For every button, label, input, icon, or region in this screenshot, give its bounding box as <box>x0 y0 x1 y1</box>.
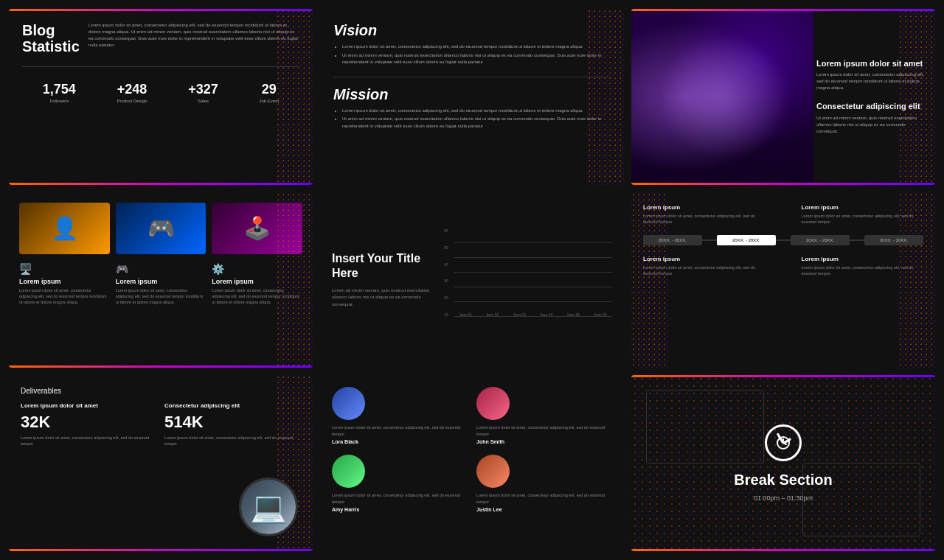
stat-sales-label: Sales <box>188 99 218 103</box>
mission-title: Mission <box>333 86 611 103</box>
member-lora-desc: Lorem ipsum dolor sit amet, consectetur … <box>332 425 460 435</box>
info-icon-1: 🖥️ <box>19 263 110 275</box>
thumb-1: 👤 <box>19 203 110 254</box>
stat1-label: Lorem ipsum dolor sit amet <box>21 402 157 410</box>
info-title-2: Lorem ipsum <box>116 278 206 285</box>
slide1-title: Blog Statistic <box>22 22 80 55</box>
stat-product-value: +248 <box>117 82 148 97</box>
vision-bullets: Lorem ipsum dolor sit amet, consectetur … <box>333 43 611 66</box>
slide-blog-statistic: Blog Statistic Lorem ipsum dolor sit ame… <box>9 9 313 185</box>
timeline-node-4: 20XX. - 20XX. <box>864 235 923 245</box>
slide3-heading1: Lorem ipsum dolor sit amet <box>816 59 926 69</box>
timeline-top-title-1: Lorem ipsum <box>643 204 765 211</box>
member-john-name: John Smith <box>476 438 612 447</box>
member-justin-info: Lorem ipsum dolor sit amet, consectetur … <box>476 492 612 514</box>
stat2-value: 514K <box>164 413 301 432</box>
member-john-desc: Lorem ipsum dolor sit amet, consectetur … <box>476 425 605 435</box>
member-justin: Lorem ipsum dolor sit amet, consectetur … <box>476 455 612 514</box>
slide3-desc1: Lorem ipsum dolor sit amet, consectetur … <box>816 71 926 91</box>
chart-area: 60 50 40 30 20 10 Item 01 Ite <box>444 228 612 332</box>
timeline-bottom-desc-1: Lorem ipsum dolor sit amet, consectetur … <box>643 265 765 277</box>
member-amy-name: Amy Harris <box>332 506 468 514</box>
bar-5: Item 05 <box>562 310 586 317</box>
info-icon-2: 🎮 <box>116 263 206 275</box>
info-desc-1: Lorem ipsum dolor sit amet, consectetur … <box>19 287 110 306</box>
member-amy-info: Lorem ipsum dolor sit amet, consectetur … <box>332 492 468 514</box>
timeline-bottom-2: Lorem ipsum Lorem ipsum dolor sit amet, … <box>802 256 923 277</box>
stat-followers: 1,754 Followers <box>43 82 76 103</box>
timeline-node-1: 20XX. - 20XX. <box>643 235 702 245</box>
bar-2: Item 02 <box>481 310 504 317</box>
stat-sales: +327 Sales <box>188 82 218 103</box>
vision-bullet-1: Lorem ipsum dolor sit amet, consectetur … <box>342 43 611 51</box>
vision-bullet-2: Ut enim ad minim veniam, quis nostrud ex… <box>342 52 611 66</box>
avatar-lora <box>332 387 365 420</box>
member-lora-info: Lorem ipsum dolor sit amet, consectetur … <box>332 424 468 446</box>
deliverables-heading: Deliverables <box>21 387 301 395</box>
break-section-time: 01:00pm – 01:30pm <box>754 494 813 502</box>
slide-timeline: Lorem ipsum Lorem ipsum dolor sit amet, … <box>631 192 935 368</box>
member-john: Lorem ipsum dolor sit amet, consectetur … <box>476 387 612 446</box>
chart-title: Insert Your Title Here <box>332 251 435 279</box>
timeline-top-desc-1: Lorem ipsum dolor sit amet, consectetur … <box>643 213 765 225</box>
info-title-3: Lorem ipsum <box>212 278 302 285</box>
timeline-top-desc-2: Lorem ipsum dolor sit amet, consectetur … <box>802 213 923 225</box>
mission-bullets: Lorem ipsum dolor sit amet, consectetur … <box>333 108 611 130</box>
info-item-1: 🖥️ Lorem ipsum Lorem ipsum dolor sit ame… <box>19 263 110 306</box>
info-desc-3: Lorem ipsum dolor sit amet, consectetur … <box>212 287 302 306</box>
avatar-john <box>476 387 510 420</box>
stat-job-label: Job Event <box>259 99 279 103</box>
timeline-top-2: Lorem ipsum Lorem ipsum dolor sit amet, … <box>802 204 923 225</box>
member-amy: Lorem ipsum dolor sit amet, consectetur … <box>332 455 468 514</box>
timeline-bottom-desc-2: Lorem ipsum dolor sit amet, consectetur … <box>802 265 923 277</box>
info-icon-3: ⚙️ <box>212 263 302 275</box>
bar-4: Item 04 <box>535 310 558 317</box>
member-justin-desc: Lorem ipsum dolor sit amet, consectetur … <box>476 493 605 503</box>
slide-three-images: 👤 🎮 🕹️ 🖥️ Lorem ipsum Lorem ipsum dolor … <box>9 192 313 368</box>
avatar-justin <box>476 455 510 488</box>
timeline-node-3: 20XX. - 20XX. <box>791 235 850 245</box>
slide1-desc: Lorem ipsum dolor sit amet, consectetur … <box>88 22 299 49</box>
mission-bullet-2: Ut enim ad minim veniam, quis nostrud ex… <box>342 116 611 130</box>
deliverable-stat-1: Lorem ipsum dolor sit amet 32K Lorem ips… <box>21 402 157 447</box>
vision-title: Vision <box>333 22 611 39</box>
member-lora: Lorem ipsum dolor sit amet, consectetur … <box>332 387 468 446</box>
timeline-row: 20XX. - 20XX. 20XX. - 20XX. 20XX. - 20XX… <box>643 235 923 245</box>
stat-sales-value: +327 <box>188 82 218 97</box>
stat-product-label: Product Design <box>117 99 148 103</box>
slide-gaming-text: Lorem ipsum dolor sit amet Lorem ipsum d… <box>631 9 935 185</box>
thumb-2: 🎮 <box>116 203 206 254</box>
stat1-desc: Lorem ipsum dolor sit amet, consectetur … <box>21 435 157 447</box>
timeline-bottom-title-2: Lorem ipsum <box>802 256 923 262</box>
slide-grid: Blog Statistic Lorem ipsum dolor sit ame… <box>0 0 944 560</box>
chart-desc: Lorem ad minim veniam, quis nostrud exer… <box>332 287 435 309</box>
timeline-top-title-2: Lorem ipsum <box>802 204 923 211</box>
stat-followers-value: 1,754 <box>43 82 76 97</box>
slide-bar-chart: Insert Your Title Here Lorem ad minim ve… <box>320 192 624 368</box>
member-john-info: Lorem ipsum dolor sit amet, consectetur … <box>476 424 612 446</box>
break-section-title: Break Section <box>734 472 832 489</box>
avatar-amy <box>332 455 365 488</box>
stat-product-design: +248 Product Design <box>117 82 148 103</box>
slide-deliverables: Deliverables Lorem ipsum dolor sit amet … <box>9 375 313 551</box>
clock-icon <box>765 424 802 461</box>
stat2-desc: Lorem ipsum dolor sit amet, consectetur … <box>164 435 301 447</box>
bar-1: Item 01 <box>454 310 478 317</box>
thumb-3: 🕹️ <box>212 203 302 254</box>
member-justin-name: Justin Lee <box>476 506 612 514</box>
svg-line-2 <box>783 443 786 444</box>
slide-team: Lorem ipsum dolor sit amet, consectetur … <box>320 375 624 551</box>
stat2-label: Consectetur adipiscing elit <box>164 402 301 410</box>
deliverable-stat-2: Consectetur adipiscing elit 514K Lorem i… <box>164 402 301 447</box>
bar-6: Item 06 <box>589 310 612 317</box>
timeline-top-1: Lorem ipsum Lorem ipsum dolor sit amet, … <box>643 204 765 225</box>
stat-followers-label: Followers <box>43 99 76 103</box>
info-item-2: 🎮 Lorem ipsum Lorem ipsum dolor sit amet… <box>116 263 206 306</box>
stat1-value: 32K <box>21 413 157 432</box>
info-desc-2: Lorem ipsum dolor sit amet, consectetur … <box>116 287 206 306</box>
slide3-desc2: Ut enim ad minim veniam, quis nostrud ex… <box>816 115 926 135</box>
mission-bullet-1: Lorem ipsum dolor sit amet, consectetur … <box>342 108 611 115</box>
info-title-1: Lorem ipsum <box>19 278 110 285</box>
stat-job-event: 29 Job Event <box>259 82 279 103</box>
timeline-bottom-title-1: Lorem ipsum <box>643 256 765 262</box>
